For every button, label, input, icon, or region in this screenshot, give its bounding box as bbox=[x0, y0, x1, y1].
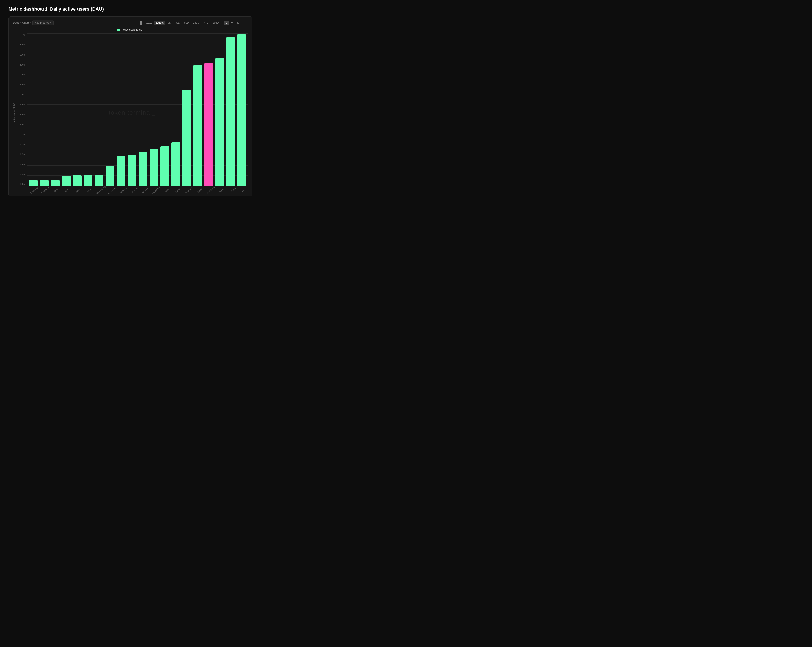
x-tick: PancakeSwap bbox=[94, 184, 106, 195]
bar-group[interactable] bbox=[160, 33, 170, 186]
chart-plot: 1.5m1.4m1.3m1.2m1.1m1m900k800k700k600k50… bbox=[17, 33, 247, 192]
bar-group[interactable] bbox=[138, 33, 148, 186]
page-title: Metric dashboard: Daily active users (DA… bbox=[8, 6, 252, 12]
x-tick: Uniswap bbox=[140, 185, 150, 195]
bar-group[interactable] bbox=[226, 33, 236, 186]
x-tick: SyncSwap bbox=[29, 185, 39, 195]
x-tick: Blast bbox=[83, 185, 93, 195]
x-tick: Osmosis bbox=[118, 185, 128, 195]
x-tick: Solana bbox=[194, 185, 205, 195]
bar-chart-alt-icon[interactable]: ▬▬ bbox=[145, 20, 154, 25]
y-tick: 600k bbox=[17, 93, 26, 96]
x-tick: 1inch bbox=[61, 185, 72, 195]
period-30d[interactable]: 30D bbox=[174, 20, 182, 25]
bar-group[interactable] bbox=[94, 33, 104, 186]
time-controls: ▐▌ ▬▬ Latest 7D 30D 90D 180D YTD 365D D … bbox=[137, 20, 247, 25]
chart-nav: Data › Chart › Key metrics ▾ ▐▌ ▬▬ Lates… bbox=[13, 20, 247, 25]
granularity-d[interactable]: D bbox=[224, 20, 229, 25]
x-axis: SyncSwapAvalancheCelo1inchAptosBlastPanc… bbox=[27, 186, 247, 192]
y-tick: 1.5m bbox=[17, 183, 26, 186]
bar-group[interactable] bbox=[83, 33, 93, 186]
x-tick: Ethereum bbox=[183, 185, 194, 195]
bar-group[interactable] bbox=[149, 33, 159, 186]
period-ytd[interactable]: YTD bbox=[202, 20, 210, 25]
bar bbox=[139, 152, 147, 186]
bar bbox=[73, 175, 82, 186]
y-tick: 200k bbox=[17, 53, 26, 56]
chart-legend: Active users (daily) bbox=[13, 28, 247, 31]
y-tick: 900k bbox=[17, 123, 26, 126]
y-axis: 1.5m1.4m1.3m1.2m1.1m1m900k800k700k600k50… bbox=[17, 33, 26, 186]
bar-group[interactable] bbox=[72, 33, 82, 186]
breadcrumb-data[interactable]: Data bbox=[13, 21, 18, 24]
bar bbox=[193, 65, 202, 186]
chevron-down-icon: ▾ bbox=[50, 21, 51, 24]
bar bbox=[62, 176, 71, 186]
key-metrics-dropdown[interactable]: Key metrics ▾ bbox=[32, 20, 54, 25]
y-tick: 1m bbox=[17, 133, 26, 136]
more-options-button[interactable]: ··· bbox=[242, 20, 247, 25]
bar bbox=[29, 180, 38, 186]
bar bbox=[215, 58, 224, 186]
x-tick: BNB Chain bbox=[205, 185, 215, 195]
chart-inner: Active users (daily) 1.5m1.4m1.3m1.2m1.1… bbox=[13, 33, 247, 192]
bar bbox=[160, 146, 169, 186]
y-tick: 500k bbox=[17, 83, 26, 86]
bar bbox=[171, 143, 180, 186]
granularity-w[interactable]: W bbox=[230, 20, 235, 25]
bar-group[interactable] bbox=[214, 33, 225, 186]
bar bbox=[204, 63, 213, 186]
bar-group[interactable] bbox=[50, 33, 61, 186]
x-tick: Avalanche bbox=[40, 185, 50, 195]
dropdown-label: Key metrics bbox=[35, 21, 49, 24]
bar-group[interactable] bbox=[28, 33, 38, 186]
y-tick: 1.3m bbox=[17, 163, 26, 166]
x-tick: Aptos bbox=[72, 185, 83, 195]
x-tick: Bitcoin bbox=[172, 185, 183, 195]
bar-group[interactable] bbox=[182, 33, 192, 186]
x-tick: Celo bbox=[50, 185, 61, 195]
bar-group[interactable] bbox=[61, 33, 72, 186]
bars-area bbox=[27, 33, 247, 186]
period-7d[interactable]: 7D bbox=[166, 20, 173, 25]
bar-group[interactable] bbox=[105, 33, 115, 186]
x-tick: Tron bbox=[238, 185, 248, 195]
legend-dot bbox=[118, 29, 120, 31]
breadcrumb-chart[interactable]: Chart bbox=[22, 21, 29, 24]
bar bbox=[40, 180, 49, 186]
x-tick: Arbitrum bbox=[129, 185, 139, 195]
bar-group[interactable] bbox=[171, 33, 181, 186]
bar bbox=[237, 35, 246, 186]
x-tick: Ronin bbox=[216, 185, 226, 195]
period-365d[interactable]: 365D bbox=[211, 20, 221, 25]
x-tick: OP Mainnet bbox=[107, 185, 118, 195]
bar-group[interactable] bbox=[204, 33, 214, 186]
bar-group[interactable] bbox=[116, 33, 126, 186]
y-tick: 1.2m bbox=[17, 153, 26, 155]
bar-chart-icon[interactable]: ▐▌ bbox=[137, 20, 144, 25]
period-180d[interactable]: 180D bbox=[191, 20, 201, 25]
y-axis-label: Active users (daily) bbox=[13, 103, 15, 123]
bar bbox=[51, 180, 60, 186]
bar bbox=[128, 155, 136, 186]
legend-label: Active users (daily) bbox=[122, 28, 143, 31]
bar-group[interactable] bbox=[192, 33, 203, 186]
granularity-m[interactable]: M bbox=[236, 20, 241, 25]
bar bbox=[84, 175, 93, 186]
x-tick: Polygon bbox=[227, 185, 238, 195]
y-tick: 1.1m bbox=[17, 143, 26, 146]
period-90d[interactable]: 90D bbox=[183, 20, 191, 25]
y-tick: 800k bbox=[17, 113, 26, 116]
bar bbox=[226, 37, 235, 186]
y-tick: 700k bbox=[17, 104, 26, 106]
y-tick: 300k bbox=[17, 63, 26, 66]
y-tick: 1.4m bbox=[17, 173, 26, 176]
bar-group[interactable] bbox=[127, 33, 137, 186]
bar-group[interactable] bbox=[237, 33, 247, 186]
period-latest[interactable]: Latest bbox=[154, 20, 165, 25]
x-tick: zkSync Era bbox=[151, 185, 161, 195]
breadcrumb: Data › Chart › Key metrics ▾ bbox=[13, 20, 54, 25]
bar-group[interactable] bbox=[39, 33, 49, 186]
bar bbox=[106, 166, 114, 186]
y-tick: 100k bbox=[17, 43, 26, 46]
